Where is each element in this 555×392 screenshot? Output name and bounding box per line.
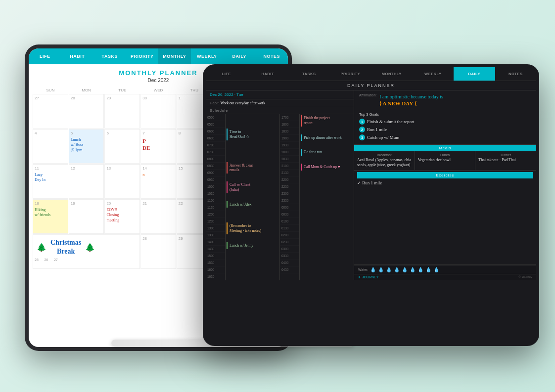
timeslot-1900: 1900 <box>280 135 299 142</box>
timeslot-1300: 1300 <box>206 225 225 232</box>
cal-cell-18[interactable]: 18 Hikingw/ friends <box>33 199 68 234</box>
front-nav-habit[interactable]: HABIT <box>247 67 289 81</box>
front-nav-life[interactable]: LIFE <box>206 67 247 81</box>
front-nav-weekly[interactable]: WEEKLY <box>413 67 454 81</box>
affirmation-line1: I am optimistic because today is <box>379 93 443 100</box>
timeslot-1630: 1630 <box>206 273 225 280</box>
exercise-header: Exercise <box>357 172 533 178</box>
back-nav-tasks[interactable]: TASKS <box>93 48 126 64</box>
cal-cell-29-prev[interactable]: 29 <box>104 94 140 129</box>
front-nav-daily[interactable]: DAILY <box>454 67 495 81</box>
footer-logo: ✈ JOURNEY <box>358 275 378 279</box>
cal-cell-12[interactable]: 12 <box>69 164 104 199</box>
lunch-value: Vegetarian rice bowl <box>418 158 472 163</box>
cal-cell-5[interactable]: 5 Lunchw/ Boss@ 1pm <box>69 129 104 164</box>
goal-text-2: Run 1 mile <box>367 127 387 132</box>
habit-label: Habit: <box>210 101 220 105</box>
timeslot-1500: 1500 <box>206 253 225 260</box>
back-nav-notes[interactable]: NOTES <box>256 48 288 64</box>
timeslot-1330: 1330 <box>206 232 225 239</box>
timeslot-1200: 1200 <box>206 211 225 218</box>
back-nav-habit[interactable]: HABIT <box>61 48 94 64</box>
lunch-label: Lunch <box>418 153 472 157</box>
tree-icon-left: 🌲 <box>37 243 46 252</box>
habit-row: Habit: Work out everyday after work <box>206 99 354 107</box>
cal-cell-25[interactable]: 🌲 ChristmasBreak 🌲 25 26 27 <box>33 234 140 269</box>
meal-dinner: Dinner Thai takeout - Pad Thai <box>475 151 536 170</box>
back-nav-life[interactable]: LIFE <box>29 48 61 64</box>
front-nav-monthly[interactable]: MONTHLY <box>371 67 413 81</box>
cal-cell-20[interactable]: 20 EOY!!Closingmeeting <box>104 199 140 234</box>
timeslot-1030: 1030 <box>206 190 225 197</box>
schedule-area: 0500 0530 0600 0630 0700 0730 0800 0830 … <box>206 114 354 280</box>
event-call-client: Call w/ Client(Julia) <box>227 181 278 193</box>
cal-cell-4[interactable]: 4 <box>33 129 68 164</box>
front-nav-tasks[interactable]: TASKS <box>288 67 330 81</box>
affirmation-line2: ⟩ A NEW DAY ⟨ <box>379 100 443 107</box>
timeslot-0530: 0530 <box>206 121 225 128</box>
back-nav-daily[interactable]: DAILY <box>223 48 256 64</box>
timeslot-1000: 1000 <box>206 183 225 190</box>
timeslot-2200: 2200 <box>280 176 299 183</box>
schedule-label: Schedule <box>206 107 354 114</box>
cal-cell-6[interactable]: 6 <box>104 129 140 164</box>
meal-breakfast: Breakfast Acai Bowl (Apples, bananas, ch… <box>354 151 415 170</box>
cal-cell-28-prev[interactable]: 28 <box>69 94 104 129</box>
dinner-value: Thai takeout - Pad Thai <box>478 158 533 163</box>
exercise-section: Exercise ✓ Run 1 mile <box>354 171 536 187</box>
back-nav-monthly[interactable]: MONTHLY <box>158 48 191 64</box>
timeslot-0430: 0430 <box>280 266 299 273</box>
timeslot-0800: 0800 <box>206 156 225 163</box>
cal-header-tue: TUE <box>104 87 140 93</box>
water-label: Water: <box>358 268 368 271</box>
water-drop-8: 💧 <box>425 267 431 272</box>
timeslot-1130: 1130 <box>206 204 225 211</box>
affirmation-label: Affirmation: <box>359 93 376 97</box>
event-lunch-jenny: Lunch w/ Jenny <box>227 242 278 249</box>
event-go-for-run: Go for a run <box>301 149 353 156</box>
affirmation-area: Affirmation: I am optimistic because tod… <box>354 90 536 110</box>
back-nav-weekly[interactable]: WEEKLY <box>191 48 224 64</box>
timeslot-2300: 2300 <box>280 190 299 197</box>
time-column-left: 0500 0530 0600 0630 0700 0730 0800 0830 … <box>206 114 226 280</box>
goals-title: Top 3 Goals <box>359 112 531 117</box>
ipad-front-screen: LIFE HABIT TASKS PRIORITY MONTHLY WEEKLY… <box>206 67 536 343</box>
cal-cell-27-prev[interactable]: 27 <box>33 94 68 129</box>
goal-text-1: Finish & submit the report <box>367 119 415 124</box>
water-drop-9: 💧 <box>433 267 439 272</box>
cal-cell-28[interactable]: 28 <box>140 234 176 269</box>
event-time-to-head-out: Time toHead Out! ☆ <box>227 129 278 140</box>
breakfast-value: Acai Bowl (Apples, bananas, chia seeds, … <box>357 158 412 168</box>
timeslot-0300: 0300 <box>280 246 299 253</box>
meals-section: Meals Breakfast Acai Bowl (Apples, banan… <box>354 145 536 265</box>
timeslot-1230: 1230 <box>206 218 225 225</box>
cal-cell-30-prev[interactable]: 30 <box>140 94 176 129</box>
cal-header-sun: SUN <box>33 87 68 93</box>
cal-cell-7[interactable]: 7 PDE <box>140 129 176 164</box>
cal-cell-19[interactable]: 19 <box>69 199 104 234</box>
cal-cell-13[interactable]: 13 <box>104 164 140 199</box>
timeslot-1700: 1700 <box>280 114 299 121</box>
timeslot-2100: 2100 <box>280 163 299 170</box>
timeslot-0630: 0630 <box>206 135 225 142</box>
timeslot-1600: 1600 <box>206 266 225 273</box>
cal-header-wed: WED <box>140 87 176 93</box>
timeslot-2030: 2030 <box>280 156 299 163</box>
goal-num-3: 3 <box>359 134 365 140</box>
cal-cell-11[interactable]: 11 LazyDay In <box>33 164 68 199</box>
event-pickup-dinner: Pick up dinner after work <box>301 134 353 141</box>
front-nav-priority[interactable]: PRIORITY <box>330 67 371 81</box>
cal-cell-21[interactable]: 21 <box>140 199 176 234</box>
water-drop-1: 💧 <box>370 267 376 272</box>
event-meeting-notes: (Remember toMeeting - take notes) <box>227 222 278 234</box>
timeslot-0900: 0900 <box>206 170 225 176</box>
timeslot-1100: 1100 <box>206 197 225 204</box>
front-nav-notes[interactable]: NOTES <box>495 67 537 81</box>
tree-icon-right: 🌲 <box>85 243 95 252</box>
timeslot-0500: 0500 <box>206 114 225 121</box>
timeslot-0130: 0130 <box>280 225 299 232</box>
back-nav-priority[interactable]: PRIORITY <box>126 48 159 64</box>
water-drop-6: 💧 <box>410 267 416 272</box>
cal-cell-14[interactable]: 14 n <box>140 164 176 199</box>
event-column-right: Finish the projectreport Pick up dinner … <box>300 114 354 280</box>
